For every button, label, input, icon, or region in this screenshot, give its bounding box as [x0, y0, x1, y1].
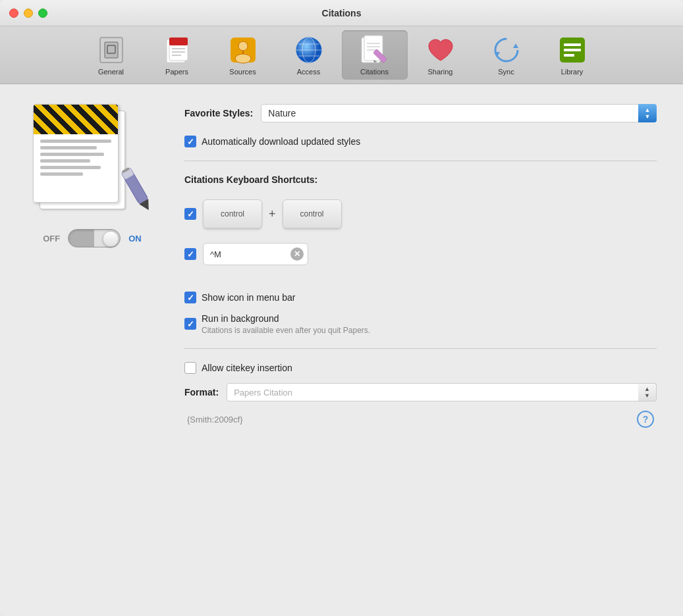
allow-citekey-label: Allow citekey insertion	[202, 363, 292, 373]
access-icon	[294, 36, 323, 64]
library-icon	[558, 36, 587, 64]
citations-large-icon	[33, 104, 151, 209]
plus-icon: +	[269, 207, 276, 221]
sync-icon-area	[491, 34, 522, 66]
shortcut2-checkbox[interactable]: ✓	[184, 248, 196, 260]
key-label: control	[221, 209, 244, 218]
auto-download-checkbox[interactable]: ✓	[184, 136, 196, 147]
sharing-label: Sharing	[428, 68, 453, 76]
checkmark-icon: ✓	[187, 138, 194, 146]
show-menu-bar-checkbox[interactable]: ✓	[184, 292, 196, 303]
left-panel: OFF ON	[26, 104, 158, 596]
toggle-thumb	[103, 231, 119, 247]
toggle-on-label: ON	[128, 234, 142, 244]
run-background-text-group: Run in background Citations is available…	[202, 313, 370, 335]
divider-2	[184, 348, 657, 349]
svg-rect-29	[564, 43, 581, 46]
svg-point-11	[235, 54, 251, 63]
checkmark-icon: ✓	[187, 294, 194, 302]
preview-text: {Smith:2009cf}	[187, 415, 243, 424]
format-stepper-down-icon: ▼	[644, 393, 650, 399]
stepper-up-icon: ▲	[645, 107, 651, 113]
format-label: Format:	[184, 387, 219, 398]
library-label: Library	[561, 68, 584, 76]
run-background-description: Citations is available even after you qu…	[202, 326, 370, 335]
papers-icon-area	[161, 34, 193, 66]
format-stepper[interactable]: ▲ ▼	[638, 383, 657, 401]
toggle-off-label: OFF	[43, 234, 60, 244]
citations-label: Citations	[360, 68, 389, 76]
doc-line	[40, 153, 104, 156]
favorite-styles-label: Favorite Styles:	[184, 108, 253, 118]
toolbar-item-citations[interactable]: Citations	[342, 30, 408, 80]
allow-citekey-checkbox[interactable]	[184, 362, 196, 374]
key-control-1[interactable]: control	[203, 199, 262, 228]
doc-line	[40, 146, 97, 149]
checkmark-icon: ✓	[187, 210, 194, 218]
toolbar-item-general[interactable]: General	[78, 30, 144, 80]
key-label: control	[300, 209, 324, 218]
toolbar-item-sharing[interactable]: Sharing	[408, 30, 474, 80]
favorite-styles-select[interactable]: Nature	[261, 104, 657, 122]
toolbar: General Papers	[0, 26, 683, 84]
papers-label: Papers	[165, 68, 188, 76]
doc-front	[33, 104, 119, 203]
toolbar-item-access[interactable]: Access	[276, 30, 342, 80]
main-content: OFF ON Favorite Styles: Nature ▲ ▼	[0, 84, 683, 616]
general-label: General	[98, 68, 124, 76]
auto-download-row: ✓ Automatically download updated styles	[184, 136, 657, 147]
favorite-styles-row: Favorite Styles: Nature ▲ ▼	[184, 104, 657, 122]
shortcut2-value: ^M	[210, 249, 287, 259]
format-select-wrapper: Papers Citation ▲ ▼	[227, 383, 657, 401]
minimize-button[interactable]	[24, 9, 33, 18]
toggle-row: OFF ON	[43, 229, 142, 247]
toolbar-item-sync[interactable]: Sync	[474, 30, 539, 80]
favorite-styles-stepper[interactable]: ▲ ▼	[638, 104, 657, 122]
preview-row: {Smith:2009cf} ?	[184, 411, 657, 428]
shortcut2-input[interactable]: ^M ✕	[203, 243, 308, 265]
key-control-2[interactable]: control	[283, 199, 342, 228]
access-icon-area	[293, 34, 325, 66]
run-background-row: ✓ Run in background Citations is availab…	[184, 313, 657, 335]
svg-marker-26	[513, 43, 518, 48]
help-button[interactable]: ?	[637, 411, 654, 428]
general-icon-area	[96, 34, 127, 66]
toolbar-item-papers[interactable]: Papers	[144, 30, 210, 80]
shortcut-row-2: ✓ ^M ✕	[184, 243, 657, 265]
checkmark-icon: ✓	[187, 250, 194, 259]
right-panel: Favorite Styles: Nature ▲ ▼ ✓ Automatica…	[184, 104, 657, 596]
doc-line	[40, 140, 111, 143]
run-background-checkbox[interactable]: ✓	[184, 318, 196, 330]
general-icon	[97, 36, 126, 64]
shortcut1-checkbox[interactable]: ✓	[184, 208, 196, 220]
sources-label: Sources	[229, 68, 256, 76]
papers-icon	[163, 36, 192, 64]
doc-lines	[34, 134, 118, 184]
titlebar: Citations	[0, 0, 683, 26]
citations-toolbar-icon	[360, 34, 389, 66]
svg-point-25	[495, 39, 518, 61]
checkmark-icon: ✓	[187, 320, 194, 328]
format-select[interactable]: Papers Citation	[227, 383, 657, 401]
window-controls	[9, 9, 47, 18]
svg-rect-1	[105, 42, 118, 58]
divider-1	[184, 161, 657, 161]
window-title: Citations	[322, 8, 362, 18]
show-menu-bar-row: ✓ Show icon in menu bar	[184, 292, 657, 303]
toolbar-item-library[interactable]: Library	[539, 30, 605, 80]
maximize-button[interactable]	[38, 9, 47, 18]
citations-icon-area	[359, 34, 391, 66]
toggle-switch[interactable]	[68, 229, 121, 247]
stepper-down-icon: ▼	[645, 114, 651, 120]
svg-rect-30	[564, 49, 581, 51]
toolbar-items: General Papers	[78, 30, 605, 80]
auto-download-label: Automatically download updated styles	[202, 136, 360, 147]
run-background-label: Run in background	[202, 313, 279, 324]
close-button[interactable]	[9, 9, 18, 18]
toolbar-item-sources[interactable]: Sources	[210, 30, 276, 80]
clear-shortcut-button[interactable]: ✕	[290, 247, 304, 261]
svg-rect-5	[169, 38, 188, 45]
sharing-icon-area	[425, 34, 456, 66]
sharing-icon	[426, 36, 455, 64]
doc-line	[40, 159, 90, 163]
